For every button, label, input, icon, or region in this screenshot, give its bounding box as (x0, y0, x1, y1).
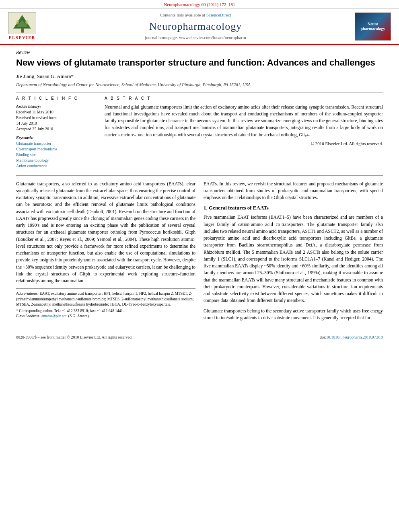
email-footnote: E-mail address: amaras@pitt.edu (S.G. Am… (16, 314, 195, 319)
keyword-5: Anion conductance (16, 163, 97, 169)
journal-header: ELSEVIER Contents lists available at Sci… (0, 9, 399, 45)
abstract-text: Neuronal and glial glutamate transporter… (105, 104, 383, 138)
keywords-label: Keywords: (16, 135, 97, 141)
journal-reference-bar: Neuropharmacology 60 (2011) 172–181 (0, 0, 399, 9)
abbreviations-label: Abbreviations: (16, 292, 39, 296)
received-revised-label: Received in revised form (16, 115, 97, 121)
keyword-1: Glutamate transporter (16, 141, 97, 146)
svg-point-6 (25, 20, 29, 25)
keywords-block: Keywords: Glutamate transporter Co-trans… (16, 135, 97, 169)
history-label: Article history: (16, 104, 97, 109)
header-divider (16, 92, 383, 92)
revised-date: 14 July 2010 (16, 121, 97, 126)
journal-ref-text: Neuropharmacology 60 (2011) 172–181 (164, 2, 235, 7)
keyword-2: Co-transport mechanisms (16, 146, 97, 152)
article-title: New views of glutamate transporter struc… (16, 57, 383, 69)
doi-link[interactable]: 10.1016/j.neuropharm.2010.07.019 (326, 335, 383, 339)
abstract-section-title: A B S T R A C T (105, 96, 383, 101)
abstract-divider (16, 175, 383, 176)
email-link[interactable]: amaras@pitt.edu (41, 314, 67, 318)
affiliation: Department of Neurobiology and Center fo… (16, 82, 383, 88)
abbreviations-footnote: Abbreviations: EAAT, excitatory amino ac… (16, 291, 195, 307)
body-right-paragraph-1: EAATs. In this review, we revisit the st… (204, 181, 383, 201)
article-info-column: A R T I C L E I N F O Article history: R… (16, 96, 97, 172)
section-1-heading: 1. General features of EAATs (204, 204, 383, 212)
body-right-paragraph-2: Five mammalian EAAT isoforms (EAAT1–5) h… (204, 214, 383, 304)
journal-cover-thumbnail: Neuro pharmacology (355, 12, 391, 41)
issn-text: 0028-3908/$ – see front matter © 2010 El… (16, 335, 132, 340)
body-paragraph-1: Glutamate transporters, also referred to… (16, 181, 195, 285)
article-type: Review (16, 49, 383, 56)
article-history-block: Article history: Received 11 May 2010 Re… (16, 104, 97, 132)
elsevier-brand-text: ELSEVIER (9, 35, 36, 41)
sciencedirect-link[interactable]: ScienceDirect (206, 12, 231, 17)
journal-center-info: Contents lists available at ScienceDirec… (36, 12, 355, 41)
accepted-date: Accepted 25 July 2010 (16, 126, 97, 132)
bottom-bar: 0028-3908/$ – see front matter © 2010 El… (0, 332, 399, 343)
body-left-column: Glutamate transporters, also referred to… (16, 181, 195, 325)
contents-available-line: Contents lists available at ScienceDirec… (36, 12, 355, 18)
keyword-4: Membrane topology (16, 158, 97, 163)
footnote-area: Abbreviations: EAAT, excitatory amino ac… (16, 288, 195, 319)
doi-label: doi: (320, 335, 326, 339)
corresponding-author-footnote: * Corresponding author. Tel.: +1 412 383… (16, 308, 195, 314)
body-right-column: EAATs. In this review, we revisit the st… (204, 181, 383, 325)
svg-point-5 (16, 20, 19, 25)
keyword-3: Binding site (16, 152, 97, 158)
abstract-column: A B S T R A C T Neuronal and glial gluta… (105, 96, 383, 172)
svg-rect-1 (21, 29, 24, 33)
elsevier-logo: ELSEVIER (8, 12, 36, 41)
journal-title: Neuropharmacology (36, 19, 355, 34)
authors: Jie Jiang, Susan G. Amara* (16, 73, 383, 80)
journal-homepage: journal homepage: www.elsevier.com/locat… (36, 35, 355, 41)
copyright-text: © 2010 Elsevier Ltd. All rights reserved… (105, 141, 383, 147)
body-right-paragraph-3: Glutamate transporters belong to the sec… (204, 308, 383, 322)
abbreviations-text: EAAT, excitatory amino acid transporter;… (16, 292, 193, 306)
tree-icon (8, 12, 36, 34)
received-date: Received 11 May 2010 (16, 109, 97, 115)
doi-block: doi:10.1016/j.neuropharm.2010.07.019 (320, 335, 383, 340)
article-info-section-title: A R T I C L E I N F O (16, 96, 97, 101)
